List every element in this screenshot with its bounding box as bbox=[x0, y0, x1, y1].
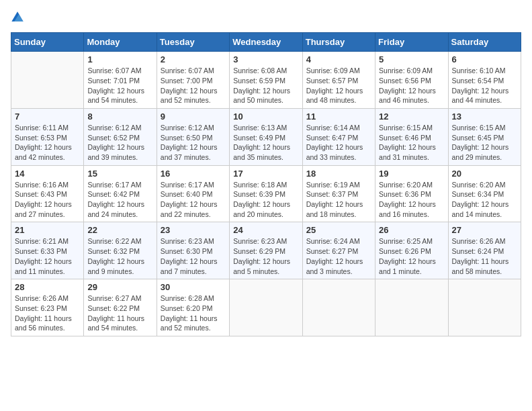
day-info: Sunrise: 6:26 AM Sunset: 6:23 PM Dayligh… bbox=[15, 293, 80, 333]
column-header-thursday: Thursday bbox=[302, 33, 375, 52]
calendar-cell: 18Sunrise: 6:19 AM Sunset: 6:37 PM Dayli… bbox=[302, 165, 375, 222]
calendar-table: SundayMondayTuesdayWednesdayThursdayFrid… bbox=[11, 32, 521, 336]
calendar-cell: 1Sunrise: 6:07 AM Sunset: 7:01 PM Daylig… bbox=[84, 52, 157, 109]
day-info: Sunrise: 6:20 AM Sunset: 6:34 PM Dayligh… bbox=[452, 180, 517, 220]
calendar-cell: 30Sunrise: 6:28 AM Sunset: 6:20 PM Dayli… bbox=[157, 279, 229, 336]
calendar-cell: 3Sunrise: 6:08 AM Sunset: 6:59 PM Daylig… bbox=[230, 52, 302, 109]
day-number: 6 bbox=[452, 54, 517, 64]
day-number: 25 bbox=[306, 225, 371, 235]
day-number: 12 bbox=[379, 111, 444, 122]
calendar-cell: 8Sunrise: 6:12 AM Sunset: 6:52 PM Daylig… bbox=[84, 108, 157, 165]
day-info: Sunrise: 6:27 AM Sunset: 6:22 PM Dayligh… bbox=[87, 293, 152, 333]
column-header-friday: Friday bbox=[375, 33, 448, 52]
day-number: 5 bbox=[379, 54, 444, 64]
day-number: 14 bbox=[15, 169, 80, 179]
day-info: Sunrise: 6:26 AM Sunset: 6:24 PM Dayligh… bbox=[452, 236, 517, 276]
day-info: Sunrise: 6:21 AM Sunset: 6:33 PM Dayligh… bbox=[15, 236, 80, 276]
day-number: 8 bbox=[87, 111, 152, 122]
day-info: Sunrise: 6:07 AM Sunset: 7:00 PM Dayligh… bbox=[161, 66, 226, 105]
day-number: 23 bbox=[161, 225, 226, 235]
day-number: 28 bbox=[15, 282, 80, 292]
calendar-cell: 14Sunrise: 6:16 AM Sunset: 6:43 PM Dayli… bbox=[11, 165, 84, 222]
day-info: Sunrise: 6:08 AM Sunset: 6:59 PM Dayligh… bbox=[233, 66, 298, 105]
day-number: 24 bbox=[233, 225, 298, 235]
day-info: Sunrise: 6:07 AM Sunset: 7:01 PM Dayligh… bbox=[87, 66, 152, 105]
day-number: 11 bbox=[306, 111, 371, 122]
calendar-cell: 27Sunrise: 6:26 AM Sunset: 6:24 PM Dayli… bbox=[448, 222, 521, 279]
calendar-cell: 9Sunrise: 6:12 AM Sunset: 6:50 PM Daylig… bbox=[157, 108, 229, 165]
day-info: Sunrise: 6:23 AM Sunset: 6:29 PM Dayligh… bbox=[233, 236, 298, 276]
day-info: Sunrise: 6:20 AM Sunset: 6:36 PM Dayligh… bbox=[379, 180, 444, 220]
day-info: Sunrise: 6:19 AM Sunset: 6:37 PM Dayligh… bbox=[306, 180, 371, 220]
calendar-cell: 23Sunrise: 6:23 AM Sunset: 6:30 PM Dayli… bbox=[157, 222, 229, 279]
day-number: 13 bbox=[452, 111, 517, 122]
day-info: Sunrise: 6:17 AM Sunset: 6:42 PM Dayligh… bbox=[87, 180, 152, 220]
day-number: 18 bbox=[306, 169, 371, 179]
day-number: 26 bbox=[379, 225, 444, 235]
day-info: Sunrise: 6:12 AM Sunset: 6:52 PM Dayligh… bbox=[87, 123, 152, 163]
day-info: Sunrise: 6:15 AM Sunset: 6:46 PM Dayligh… bbox=[379, 123, 444, 163]
calendar-cell: 20Sunrise: 6:20 AM Sunset: 6:34 PM Dayli… bbox=[448, 165, 521, 222]
calendar-cell bbox=[302, 279, 375, 336]
day-info: Sunrise: 6:17 AM Sunset: 6:40 PM Dayligh… bbox=[161, 180, 226, 220]
calendar-week-row: 1Sunrise: 6:07 AM Sunset: 7:01 PM Daylig… bbox=[11, 52, 521, 109]
day-number: 16 bbox=[161, 169, 226, 179]
day-number: 4 bbox=[306, 54, 371, 64]
day-info: Sunrise: 6:25 AM Sunset: 6:26 PM Dayligh… bbox=[379, 236, 444, 276]
calendar-cell: 25Sunrise: 6:24 AM Sunset: 6:27 PM Dayli… bbox=[302, 222, 375, 279]
calendar-cell bbox=[11, 52, 84, 109]
column-header-saturday: Saturday bbox=[448, 33, 521, 52]
calendar-header-row: SundayMondayTuesdayWednesdayThursdayFrid… bbox=[11, 33, 521, 52]
calendar-cell: 7Sunrise: 6:11 AM Sunset: 6:53 PM Daylig… bbox=[11, 108, 84, 165]
day-number: 17 bbox=[233, 169, 298, 179]
calendar-cell bbox=[375, 279, 448, 336]
day-number: 1 bbox=[87, 54, 152, 64]
day-number: 22 bbox=[87, 225, 152, 235]
page-header bbox=[11, 11, 521, 27]
calendar-cell: 2Sunrise: 6:07 AM Sunset: 7:00 PM Daylig… bbox=[157, 52, 229, 109]
calendar-cell: 5Sunrise: 6:09 AM Sunset: 6:56 PM Daylig… bbox=[375, 52, 448, 109]
calendar-cell: 26Sunrise: 6:25 AM Sunset: 6:26 PM Dayli… bbox=[375, 222, 448, 279]
day-number: 15 bbox=[87, 169, 152, 179]
day-number: 9 bbox=[161, 111, 226, 122]
day-number: 3 bbox=[233, 54, 298, 64]
day-info: Sunrise: 6:11 AM Sunset: 6:53 PM Dayligh… bbox=[15, 123, 80, 163]
calendar-cell: 11Sunrise: 6:14 AM Sunset: 6:47 PM Dayli… bbox=[302, 108, 375, 165]
day-info: Sunrise: 6:09 AM Sunset: 6:57 PM Dayligh… bbox=[306, 66, 371, 105]
calendar-week-row: 28Sunrise: 6:26 AM Sunset: 6:23 PM Dayli… bbox=[11, 279, 521, 336]
calendar-cell: 29Sunrise: 6:27 AM Sunset: 6:22 PM Dayli… bbox=[84, 279, 157, 336]
column-header-sunday: Sunday bbox=[11, 33, 84, 52]
day-info: Sunrise: 6:24 AM Sunset: 6:27 PM Dayligh… bbox=[306, 236, 371, 276]
day-info: Sunrise: 6:10 AM Sunset: 6:54 PM Dayligh… bbox=[452, 66, 517, 105]
calendar-cell: 16Sunrise: 6:17 AM Sunset: 6:40 PM Dayli… bbox=[157, 165, 229, 222]
calendar-cell: 24Sunrise: 6:23 AM Sunset: 6:29 PM Dayli… bbox=[230, 222, 302, 279]
day-info: Sunrise: 6:16 AM Sunset: 6:43 PM Dayligh… bbox=[15, 180, 80, 220]
day-number: 21 bbox=[15, 225, 80, 235]
column-header-wednesday: Wednesday bbox=[230, 33, 302, 52]
calendar-cell bbox=[448, 279, 521, 336]
day-number: 29 bbox=[87, 282, 152, 292]
day-number: 2 bbox=[161, 54, 226, 64]
day-number: 19 bbox=[379, 169, 444, 179]
day-number: 10 bbox=[233, 111, 298, 122]
calendar-cell: 15Sunrise: 6:17 AM Sunset: 6:42 PM Dayli… bbox=[84, 165, 157, 222]
day-info: Sunrise: 6:13 AM Sunset: 6:49 PM Dayligh… bbox=[233, 123, 298, 163]
day-info: Sunrise: 6:23 AM Sunset: 6:30 PM Dayligh… bbox=[161, 236, 226, 276]
column-header-tuesday: Tuesday bbox=[157, 33, 229, 52]
day-info: Sunrise: 6:22 AM Sunset: 6:32 PM Dayligh… bbox=[87, 236, 152, 276]
calendar-cell: 21Sunrise: 6:21 AM Sunset: 6:33 PM Dayli… bbox=[11, 222, 84, 279]
calendar-cell: 4Sunrise: 6:09 AM Sunset: 6:57 PM Daylig… bbox=[302, 52, 375, 109]
day-info: Sunrise: 6:28 AM Sunset: 6:20 PM Dayligh… bbox=[161, 293, 226, 333]
calendar-week-row: 21Sunrise: 6:21 AM Sunset: 6:33 PM Dayli… bbox=[11, 222, 521, 279]
day-number: 27 bbox=[452, 225, 517, 235]
calendar-cell: 17Sunrise: 6:18 AM Sunset: 6:39 PM Dayli… bbox=[230, 165, 302, 222]
day-info: Sunrise: 6:12 AM Sunset: 6:50 PM Dayligh… bbox=[161, 123, 226, 163]
day-number: 30 bbox=[161, 282, 226, 292]
calendar-cell: 13Sunrise: 6:15 AM Sunset: 6:45 PM Dayli… bbox=[448, 108, 521, 165]
logo bbox=[11, 11, 27, 27]
calendar-cell: 22Sunrise: 6:22 AM Sunset: 6:32 PM Dayli… bbox=[84, 222, 157, 279]
calendar-cell: 12Sunrise: 6:15 AM Sunset: 6:46 PM Dayli… bbox=[375, 108, 448, 165]
calendar-cell: 19Sunrise: 6:20 AM Sunset: 6:36 PM Dayli… bbox=[375, 165, 448, 222]
calendar-cell: 10Sunrise: 6:13 AM Sunset: 6:49 PM Dayli… bbox=[230, 108, 302, 165]
logo-icon bbox=[11, 11, 24, 24]
